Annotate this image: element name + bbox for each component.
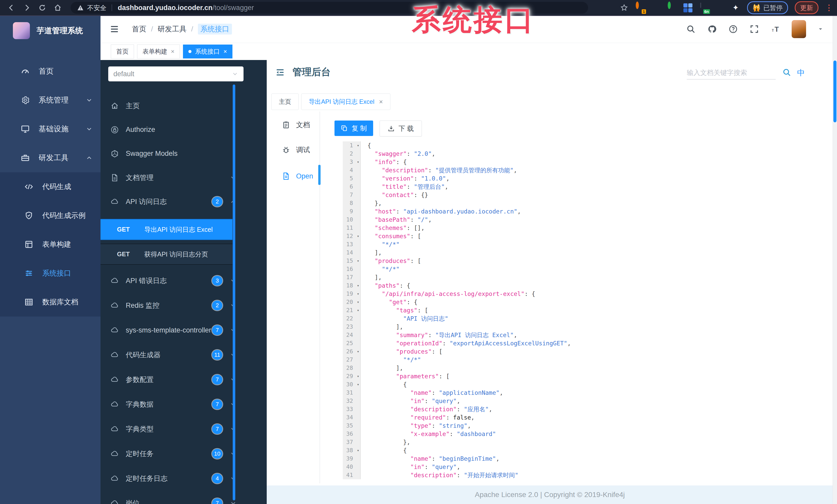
extension-icon-star[interactable]: ✦	[731, 3, 741, 12]
sidebar-item-首页[interactable]: 首页	[0, 57, 101, 86]
extension-icon-green-ring[interactable]	[667, 3, 676, 12]
api-group-字典数据[interactable]: 字典数据7	[101, 392, 267, 417]
page-scrollbar-thumb[interactable]	[833, 60, 836, 122]
download-button[interactable]: 下 载	[379, 120, 422, 136]
api-group-sys-sms-template-controller[interactable]: sys-sms-template-controller7	[101, 318, 267, 342]
api-group-select[interactable]: default	[108, 67, 244, 81]
sidebar-item-表单构建[interactable]: 表单构建	[0, 230, 101, 259]
api-group-定时任务[interactable]: 定时任务10	[101, 442, 267, 466]
sidebar-item-基础设施[interactable]: 基础设施	[0, 115, 101, 144]
fold-toggle-icon[interactable]: ▾	[357, 142, 359, 150]
line-number: 35	[343, 422, 361, 430]
fold-toggle-icon[interactable]: ▾	[357, 372, 359, 380]
doc-tab-主页[interactable]: 主页	[271, 93, 299, 110]
extension-icon-sprout[interactable]	[715, 3, 724, 12]
breadcrumb-item[interactable]: 研发工具	[158, 24, 186, 34]
doc-search-input[interactable]: 输入文档关键字搜索	[687, 66, 776, 79]
fold-toggle-icon[interactable]: ▾	[357, 281, 359, 290]
sidebar-collapse-icon[interactable]	[109, 24, 120, 34]
api-group-Redis 监控[interactable]: Redis 监控2	[101, 293, 267, 318]
sidebar-item-代码生成[interactable]: 代码生成	[0, 172, 101, 201]
tag-首页[interactable]: 首页	[111, 44, 134, 58]
api-group-API 错误日志[interactable]: API 错误日志3	[101, 268, 267, 293]
api-group-主页[interactable]: 主页	[101, 94, 267, 118]
fold-toggle-icon[interactable]: ▾	[357, 257, 359, 265]
swagger-menu: 主页AuthorizeSwagger Models文档管理API 访问日志2GE…	[101, 94, 267, 504]
user-avatar[interactable]	[791, 20, 806, 38]
language-toggle[interactable]: 中	[797, 68, 805, 78]
help-icon[interactable]	[728, 24, 738, 34]
browser-home-icon[interactable]	[54, 4, 62, 12]
api-group-岗位[interactable]: 岗位7	[101, 491, 267, 504]
line-number: 26▾	[343, 348, 361, 356]
fold-toggle-icon[interactable]: ▾	[357, 290, 359, 298]
search-icon[interactable]	[686, 24, 696, 34]
update-pill[interactable]: 更新	[795, 1, 818, 14]
paused-pill[interactable]: 🙀已暂停	[747, 1, 788, 14]
api-group-Swagger Models[interactable]: Swagger Models	[101, 142, 267, 166]
code-text: "produces": [	[361, 348, 443, 356]
code-line: 8 },	[343, 199, 826, 207]
browser-reload-icon[interactable]	[38, 4, 47, 12]
font-size-icon[interactable]: тT	[770, 24, 780, 34]
extension-icon-orange[interactable]: 1	[635, 3, 644, 12]
sidebar-item-系统管理[interactable]: 系统管理	[0, 86, 101, 115]
avatar-caret-icon[interactable]	[817, 26, 824, 32]
tag-表单构建[interactable]: 表单构建×	[137, 44, 180, 58]
svg-text:т: т	[772, 27, 774, 33]
fold-toggle-icon[interactable]: ▾	[357, 380, 359, 389]
browser-forward-icon[interactable]	[23, 4, 31, 12]
api-group-API 访问日志[interactable]: API 访问日志2	[101, 189, 267, 213]
fold-toggle-icon[interactable]: ▾	[357, 348, 359, 356]
api-group-字典类型[interactable]: 字典类型7	[101, 417, 267, 442]
bookmark-star-icon[interactable]	[620, 3, 628, 12]
extension-icon-bottle[interactable]: 6n	[699, 3, 708, 12]
operation-导出API 访问日志 Excel[interactable]: GET导出API 访问日志 Excel	[101, 219, 232, 240]
rail-scrollbar[interactable]	[318, 165, 321, 185]
github-icon[interactable]	[707, 24, 717, 34]
breadcrumb-item[interactable]: 系统接口	[198, 24, 232, 35]
extension-icon-grid[interactable]	[683, 3, 692, 12]
fold-toggle-icon[interactable]: ▾	[357, 306, 359, 315]
fold-toggle-icon[interactable]: ▾	[357, 298, 359, 306]
extension-icon-drop[interactable]	[651, 3, 660, 12]
close-icon[interactable]: ×	[224, 48, 227, 55]
code-editor[interactable]: 1▾{2 "swagger": "2.0",3▾ "info": {4 "des…	[343, 142, 826, 482]
fold-toggle-icon[interactable]: ▾	[357, 232, 359, 240]
copy-button[interactable]: 复 制	[335, 120, 373, 136]
breadcrumb-item[interactable]: 首页	[132, 24, 146, 34]
rail-item-Open[interactable]: Open	[282, 169, 313, 183]
api-group-Authorize[interactable]: Authorize	[101, 118, 267, 142]
cloud-icon	[110, 326, 119, 335]
browser-menu-icon[interactable]: ⋮	[825, 4, 833, 12]
fold-toggle-icon[interactable]: ▾	[357, 446, 359, 454]
api-group-定时任务日志[interactable]: 定时任务日志4	[101, 466, 267, 491]
sidebar-item-数据库文档[interactable]: 数据库文档	[0, 288, 101, 317]
fullscreen-icon[interactable]	[749, 24, 759, 34]
cloud-icon	[110, 276, 119, 285]
browser-back-icon[interactable]	[7, 4, 16, 12]
sidebar-scrollbar[interactable]	[233, 85, 235, 500]
api-group-文档管理[interactable]: 文档管理	[101, 166, 267, 189]
tag-系统接口[interactable]: 系统接口×	[183, 44, 232, 58]
operation-获得API 访问日志分页[interactable]: GET获得API 访问日志分页	[101, 244, 232, 265]
api-group-代码生成器[interactable]: 代码生成器11	[101, 342, 267, 367]
close-icon[interactable]: ×	[171, 48, 175, 55]
doc-collapse-icon[interactable]	[275, 67, 285, 77]
sidebar-item-系统接口[interactable]: 系统接口	[0, 259, 101, 288]
api-group-参数配置[interactable]: 参数配置7	[101, 367, 267, 392]
address-divider	[111, 4, 112, 11]
close-icon[interactable]: ×	[379, 98, 383, 106]
rail-item-调试[interactable]: 调试	[282, 143, 310, 157]
code-text: "x-example": "dashboard"	[361, 430, 496, 438]
doc-tab-导出API 访问日志 Excel[interactable]: 导出API 访问日志 Excel×	[301, 93, 390, 110]
sidebar-item-研发工具[interactable]: 研发工具	[0, 144, 101, 172]
cloud-icon	[110, 474, 119, 483]
rail-item-文档[interactable]: 文档	[282, 118, 310, 132]
app-logo[interactable]: 芋道管理系统	[0, 16, 101, 39]
fold-toggle-icon[interactable]: ▾	[357, 158, 359, 166]
doc-search-icon[interactable]	[782, 68, 791, 77]
sidebar-item-代码生成示例[interactable]: 代码生成示例	[0, 201, 101, 230]
count-badge: 4	[212, 473, 222, 483]
app-title: 芋道管理系统	[37, 25, 83, 36]
